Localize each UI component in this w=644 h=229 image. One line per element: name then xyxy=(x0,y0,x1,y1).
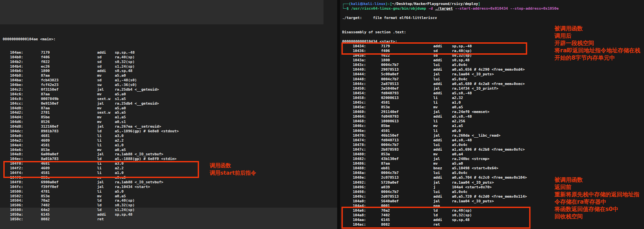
disasm-row: 10468:10000613lia2,256 xyxy=(342,119,644,124)
disasm-cell: 70a2 xyxy=(41,198,97,203)
disasm-cell: f406 xyxy=(41,55,97,60)
disasm-cell: 853e xyxy=(41,194,97,199)
disasm-cell: 70a2 xyxy=(381,208,433,213)
disasm-cell: 104e4: xyxy=(10,143,41,148)
disasm-cell: 0001 xyxy=(381,204,433,208)
disasm-cell: a5,10498 <start+0x64> xyxy=(452,166,644,171)
disasm-row: 1047c:2b878593addia1,a5,696 # 4c2b8 <fre… xyxy=(342,147,644,152)
disasm-cell: 10444: xyxy=(353,72,381,77)
disasm-cell: f022 xyxy=(381,53,433,58)
disasm-cell: 104aa: xyxy=(353,218,381,222)
disasm-row: 104ac:8082ret xyxy=(342,222,644,227)
disasm-cell: 10474: xyxy=(353,138,381,143)
disasm-cell: ra,1ab88 <_IO_setvbuf> xyxy=(115,152,337,157)
disasm-cell: 10492: xyxy=(353,180,381,185)
disasm-row: 10450:2e5040efjalra,14f34 <_IO_printf> xyxy=(342,86,644,91)
disasm-cell: a0,a5,656 # 4c290 <free_mem+0xd4> xyxy=(452,67,644,72)
disasm-cell: 0e9150ef xyxy=(41,101,97,106)
disasm-cell: 4581 xyxy=(381,100,433,105)
disasm-cell: addi xyxy=(433,67,452,72)
disasm-cell: 853e xyxy=(41,175,97,180)
disasm-cell: jal xyxy=(97,101,115,106)
disasm-cell: a1,a5,696 # 4c2b8 <free_mem+0xfc> xyxy=(452,147,644,152)
disasm-cell: j xyxy=(433,185,452,190)
terminal-panel[interactable]: ┌──(kali㉿kali-linux)-[~/Desktop/HackerPl… xyxy=(340,0,644,229)
disasm-cell: 10498: xyxy=(353,190,381,194)
disasm-cell: 4781 xyxy=(41,189,97,194)
disasm-cell: 8a01b783 xyxy=(41,157,97,161)
disasm-cell: ra,240bc <strcmp> xyxy=(452,157,644,161)
disasm-cell: 104f0: xyxy=(10,161,41,166)
disasm-cell: 10496: xyxy=(353,185,381,190)
disasm-cell: s0,32(sp) xyxy=(115,203,337,208)
disasm-cell: a5,-1888(gp) # 6e8f0 <stdin> xyxy=(115,157,337,161)
disasm-cell: lui xyxy=(433,63,452,67)
annotation-line: 重新将原先栈中存储的返回地址指 xyxy=(554,191,639,198)
disasm-cell: lui xyxy=(433,77,452,82)
disasm-cell: 2a878513 xyxy=(381,82,433,86)
main-disasm-rows: 104ae:7179addisp,sp,-48104b0:f406sdra,40… xyxy=(3,50,337,222)
disasm-row: 10488:eb81bneza5,10498 <start+0x64> xyxy=(342,166,644,171)
disasm-cell: a0,a5 xyxy=(115,194,337,199)
disasm-cell: 1049c: xyxy=(353,194,381,199)
prompt-frame-close: ] xyxy=(478,2,480,6)
disasm-cell: 1047c: xyxy=(353,147,381,152)
disasm-row: 104f8:6900a0efjalra,1ab88 <_IO_setvbuf> xyxy=(3,180,337,185)
disasm-cell: 4609 xyxy=(41,166,97,171)
disasm-row: 104c2:0f3150efjalra,25db4 <__geteuid> xyxy=(3,87,337,92)
disasm-cell: a5,a0 xyxy=(115,73,337,78)
disasm-cell: a1,0 xyxy=(452,100,644,105)
disasm-cell: 104ba: xyxy=(10,78,41,83)
disasm-cell: ld xyxy=(97,203,115,208)
disasm-cell: lui xyxy=(433,171,452,175)
disasm-cell: s1,a5 xyxy=(115,97,337,101)
disasm-row: 104e2:4609lia2,2 xyxy=(3,138,337,143)
disasm-cell: mv xyxy=(433,124,452,128)
annotation-line: 将函数返回值存储在s0中 xyxy=(554,205,639,213)
disasm-cell: 104c2: xyxy=(10,87,41,92)
disasm-cell: a5,0 xyxy=(115,189,337,194)
disasm-cell: ld xyxy=(97,198,115,203)
disasm-cell: fd040713 xyxy=(381,138,433,143)
disasm-cell: ra,267ea <__setreuid> xyxy=(115,124,337,129)
disasm-cell: a2,2 xyxy=(115,138,337,143)
disasm-cell: sd xyxy=(97,55,115,60)
disasm-cell: mv xyxy=(97,73,115,78)
disasm-row: 10486:87aamva5,a0 xyxy=(342,161,644,166)
annotation-line: 返回前 xyxy=(554,183,639,191)
disasm-row: 104dc:8981b783lda5,-1896(gp) # 6e8e8 <st… xyxy=(3,129,337,134)
disasm-cell: 104f6: xyxy=(10,175,41,180)
disasm-row: 104be:fcf42e23swa5,-36(s0) xyxy=(3,83,337,87)
disasm-cell: 10508: xyxy=(10,208,41,212)
argument-target-file: ./target xyxy=(435,6,453,11)
disasm-cell: 0004c7b7 xyxy=(381,190,433,194)
disasm-cell: li xyxy=(433,129,452,133)
disasm-row: 1048a:0004c7b7luia5,0x4c xyxy=(342,171,644,175)
disasm-row: 1050a:6145addisp,sp,48 xyxy=(3,212,337,217)
disasm-cell: sw xyxy=(97,83,115,87)
disasm-cell: 4681 xyxy=(41,134,97,138)
disasm-cell: mv xyxy=(97,194,115,199)
disasm-row: 104f0:4681lia3,0 xyxy=(3,161,337,166)
disasm-cell: sd xyxy=(97,78,115,83)
disasm-cell: jal xyxy=(97,124,115,129)
main-disassembly-panel: 00000000000104ae <main>: 104ae:7179addis… xyxy=(0,0,337,229)
disasm-cell: mv xyxy=(97,120,115,124)
disasm-cell: 10464: xyxy=(353,114,381,119)
disasm-cell: 104c8: xyxy=(10,97,41,101)
disasm-cell: sd xyxy=(433,49,452,53)
command-objdump: /usr/riscv64-linux-gnu/bin/objdump xyxy=(351,6,426,11)
disasm-row: 104ae:7179addisp,sp,-48 xyxy=(3,50,337,55)
disasm-cell: 7179 xyxy=(381,44,433,49)
disasm-cell: jal xyxy=(433,157,452,161)
disasm-cell: a5,s0,-48 xyxy=(452,114,644,119)
disasm-cell: li xyxy=(97,189,115,194)
disasm-cell: 10468: xyxy=(353,119,381,124)
disasm-cell: 2d078513 xyxy=(381,194,433,199)
disasm-cell: 4581 xyxy=(41,171,97,175)
disasm-cell: 0004c7b7 xyxy=(381,143,433,147)
blank-line xyxy=(342,11,644,16)
disasm-cell: 87aa xyxy=(41,73,97,78)
disasm-cell: 104d8: xyxy=(10,124,41,129)
disasm-cell: s1,24(sp) xyxy=(115,64,337,69)
